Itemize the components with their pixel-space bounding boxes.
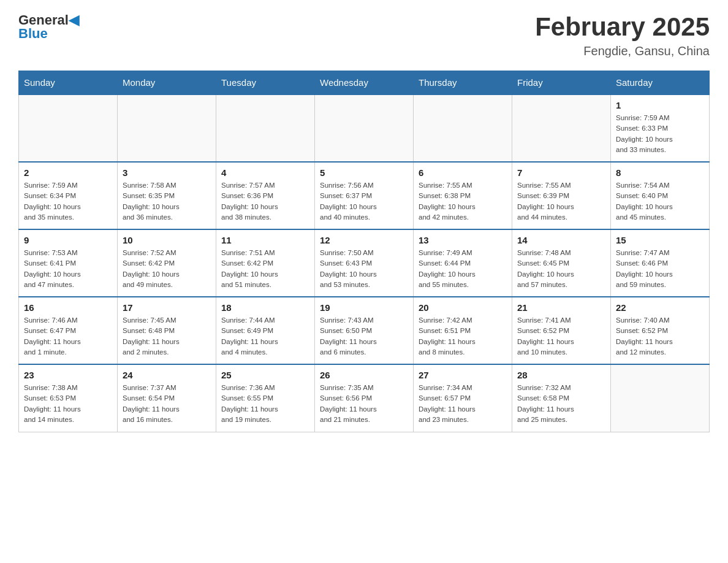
day-info: Sunrise: 7:42 AM Sunset: 6:51 PM Dayligh… [419, 315, 507, 358]
table-row: 24Sunrise: 7:37 AM Sunset: 6:54 PM Dayli… [118, 364, 216, 432]
table-row: 4Sunrise: 7:57 AM Sunset: 6:36 PM Daylig… [216, 162, 315, 229]
calendar-header-row: Sunday Monday Tuesday Wednesday Thursday… [19, 71, 710, 95]
day-info: Sunrise: 7:47 AM Sunset: 6:46 PM Dayligh… [616, 248, 704, 290]
calendar-table: Sunday Monday Tuesday Wednesday Thursday… [18, 71, 710, 432]
day-info: Sunrise: 7:36 AM Sunset: 6:55 PM Dayligh… [221, 383, 309, 425]
day-number: 21 [517, 302, 605, 313]
day-number: 25 [221, 370, 309, 380]
day-number: 6 [419, 167, 507, 178]
day-info: Sunrise: 7:57 AM Sunset: 6:36 PM Dayligh… [221, 180, 309, 223]
col-thursday: Thursday [414, 71, 512, 95]
calendar-week-row: 23Sunrise: 7:38 AM Sunset: 6:53 PM Dayli… [19, 364, 710, 432]
table-row [414, 94, 512, 162]
table-row [315, 94, 414, 162]
day-info: Sunrise: 7:52 AM Sunset: 6:42 PM Dayligh… [123, 248, 211, 290]
day-number: 23 [24, 370, 112, 380]
day-number: 3 [123, 167, 211, 178]
day-number: 5 [320, 167, 408, 178]
day-info: Sunrise: 7:54 AM Sunset: 6:40 PM Dayligh… [616, 180, 704, 223]
col-saturday: Saturday [611, 71, 710, 95]
table-row [216, 94, 315, 162]
col-sunday: Sunday [19, 71, 118, 95]
table-row: 9Sunrise: 7:53 AM Sunset: 6:41 PM Daylig… [19, 229, 118, 297]
day-info: Sunrise: 7:46 AM Sunset: 6:47 PM Dayligh… [24, 315, 112, 358]
table-row: 6Sunrise: 7:55 AM Sunset: 6:38 PM Daylig… [414, 162, 512, 229]
table-row: 7Sunrise: 7:55 AM Sunset: 6:39 PM Daylig… [512, 162, 611, 229]
table-row: 12Sunrise: 7:50 AM Sunset: 6:43 PM Dayli… [315, 229, 414, 297]
day-info: Sunrise: 7:51 AM Sunset: 6:42 PM Dayligh… [221, 248, 309, 290]
day-info: Sunrise: 7:55 AM Sunset: 6:39 PM Dayligh… [517, 180, 605, 223]
day-number: 4 [221, 167, 309, 178]
day-info: Sunrise: 7:43 AM Sunset: 6:50 PM Dayligh… [320, 315, 408, 358]
day-number: 8 [616, 167, 704, 178]
table-row: 21Sunrise: 7:41 AM Sunset: 6:52 PM Dayli… [512, 297, 611, 364]
day-number: 24 [123, 370, 211, 380]
day-info: Sunrise: 7:53 AM Sunset: 6:41 PM Dayligh… [24, 248, 112, 290]
day-info: Sunrise: 7:58 AM Sunset: 6:35 PM Dayligh… [123, 180, 211, 223]
day-info: Sunrise: 7:32 AM Sunset: 6:58 PM Dayligh… [517, 383, 605, 425]
col-friday: Friday [512, 71, 611, 95]
location-title: Fengdie, Gansu, China [535, 44, 710, 58]
day-info: Sunrise: 7:44 AM Sunset: 6:49 PM Dayligh… [221, 315, 309, 358]
table-row: 27Sunrise: 7:34 AM Sunset: 6:57 PM Dayli… [414, 364, 512, 432]
day-number: 22 [616, 302, 704, 313]
table-row: 15Sunrise: 7:47 AM Sunset: 6:46 PM Dayli… [611, 229, 710, 297]
table-row: 18Sunrise: 7:44 AM Sunset: 6:49 PM Dayli… [216, 297, 315, 364]
col-tuesday: Tuesday [216, 71, 315, 95]
day-number: 20 [419, 302, 507, 313]
day-number: 28 [517, 370, 605, 380]
day-info: Sunrise: 7:41 AM Sunset: 6:52 PM Dayligh… [517, 315, 605, 358]
day-number: 7 [517, 167, 605, 178]
table-row: 16Sunrise: 7:46 AM Sunset: 6:47 PM Dayli… [19, 297, 118, 364]
day-number: 11 [221, 235, 309, 245]
table-row: 26Sunrise: 7:35 AM Sunset: 6:56 PM Dayli… [315, 364, 414, 432]
day-info: Sunrise: 7:37 AM Sunset: 6:54 PM Dayligh… [123, 383, 211, 425]
day-info: Sunrise: 7:49 AM Sunset: 6:44 PM Dayligh… [419, 248, 507, 290]
table-row: 25Sunrise: 7:36 AM Sunset: 6:55 PM Dayli… [216, 364, 315, 432]
table-row [19, 94, 118, 162]
table-row: 23Sunrise: 7:38 AM Sunset: 6:53 PM Dayli… [19, 364, 118, 432]
calendar-week-row: 16Sunrise: 7:46 AM Sunset: 6:47 PM Dayli… [19, 297, 710, 364]
table-row: 10Sunrise: 7:52 AM Sunset: 6:42 PM Dayli… [118, 229, 216, 297]
table-row: 28Sunrise: 7:32 AM Sunset: 6:58 PM Dayli… [512, 364, 611, 432]
day-info: Sunrise: 7:59 AM Sunset: 6:34 PM Dayligh… [24, 180, 112, 223]
table-row: 11Sunrise: 7:51 AM Sunset: 6:42 PM Dayli… [216, 229, 315, 297]
day-number: 27 [419, 370, 507, 380]
col-monday: Monday [118, 71, 216, 95]
calendar-week-row: 1Sunrise: 7:59 AM Sunset: 6:33 PM Daylig… [19, 94, 710, 162]
day-info: Sunrise: 7:34 AM Sunset: 6:57 PM Dayligh… [419, 383, 507, 425]
day-number: 15 [616, 235, 704, 245]
day-number: 26 [320, 370, 408, 380]
day-number: 18 [221, 302, 309, 313]
table-row [611, 364, 710, 432]
day-info: Sunrise: 7:55 AM Sunset: 6:38 PM Dayligh… [419, 180, 507, 223]
day-number: 1 [616, 100, 704, 110]
logo-bottom: Blue [18, 26, 48, 42]
table-row: 20Sunrise: 7:42 AM Sunset: 6:51 PM Dayli… [414, 297, 512, 364]
col-wednesday: Wednesday [315, 71, 414, 95]
day-number: 12 [320, 235, 408, 245]
day-number: 9 [24, 235, 112, 245]
table-row: 8Sunrise: 7:54 AM Sunset: 6:40 PM Daylig… [611, 162, 710, 229]
calendar-week-row: 9Sunrise: 7:53 AM Sunset: 6:41 PM Daylig… [19, 229, 710, 297]
day-info: Sunrise: 7:48 AM Sunset: 6:45 PM Dayligh… [517, 248, 605, 290]
logo-triangle-icon: ◀ [69, 12, 79, 28]
table-row: 22Sunrise: 7:40 AM Sunset: 6:52 PM Dayli… [611, 297, 710, 364]
day-info: Sunrise: 7:35 AM Sunset: 6:56 PM Dayligh… [320, 383, 408, 425]
table-row: 3Sunrise: 7:58 AM Sunset: 6:35 PM Daylig… [118, 162, 216, 229]
table-row: 14Sunrise: 7:48 AM Sunset: 6:45 PM Dayli… [512, 229, 611, 297]
day-info: Sunrise: 7:45 AM Sunset: 6:48 PM Dayligh… [123, 315, 211, 358]
calendar-week-row: 2Sunrise: 7:59 AM Sunset: 6:34 PM Daylig… [19, 162, 710, 229]
title-section: February 2025 Fengdie, Gansu, China [535, 12, 710, 58]
day-number: 10 [123, 235, 211, 245]
day-info: Sunrise: 7:40 AM Sunset: 6:52 PM Dayligh… [616, 315, 704, 358]
day-number: 2 [24, 167, 112, 178]
table-row: 17Sunrise: 7:45 AM Sunset: 6:48 PM Dayli… [118, 297, 216, 364]
page-header: General◀ Blue February 2025 Fengdie, Gan… [18, 12, 710, 58]
table-row: 19Sunrise: 7:43 AM Sunset: 6:50 PM Dayli… [315, 297, 414, 364]
table-row [118, 94, 216, 162]
month-title: February 2025 [535, 12, 710, 42]
logo: General◀ Blue [18, 12, 79, 42]
table-row [512, 94, 611, 162]
day-number: 13 [419, 235, 507, 245]
